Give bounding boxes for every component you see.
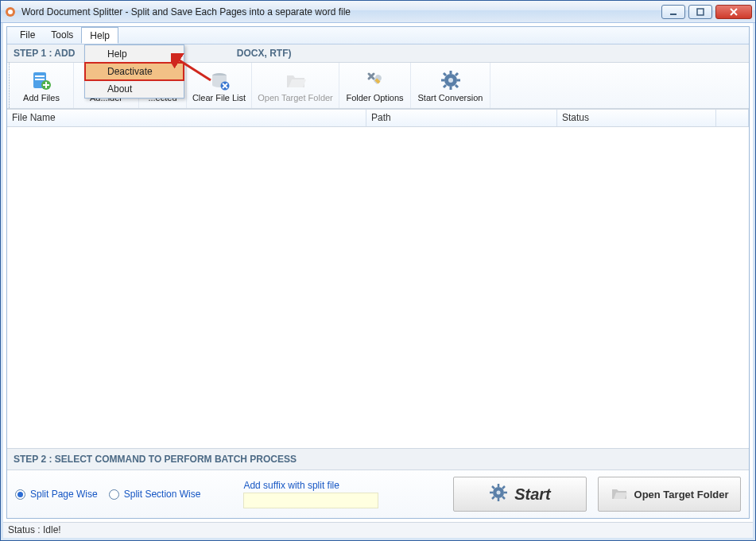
suffix-input[interactable] [243,493,378,508]
app-icon [4,6,17,18]
svg-point-15 [448,78,453,83]
menu-file[interactable]: File [12,27,43,44]
option-page-wise-label: Split Page Wise [30,489,98,500]
help-dropdown: Help Deactivate About [84,44,184,99]
radio-icon [15,489,25,500]
main-window: Word Document Splitter - Split and Save … [0,0,756,541]
add-files-icon [30,69,52,91]
gear-icon [489,483,508,506]
option-page-wise[interactable]: Split Page Wise [15,489,98,500]
option-section-wise-label: Split Section Wise [124,489,201,500]
step1-label-prefix: STEP 1 : ADD [14,48,75,59]
bottom-panel: Split Page Wise Split Section Wise Add s… [7,470,749,518]
menubar: File Tools Help Help Deactivate About [7,27,749,44]
svg-rect-2 [670,14,677,15]
col-path[interactable]: Path [366,110,557,126]
svg-point-1 [8,10,13,14]
col-spacer [716,110,749,126]
svg-rect-3 [697,9,704,15]
file-table: File Name Path Status [7,109,749,448]
table-body[interactable] [7,127,749,448]
clear-list-button[interactable]: Clear File List [187,63,252,108]
col-status[interactable]: Status [557,110,716,126]
col-filename[interactable]: File Name [7,110,366,126]
folder-options-label: Folder Options [346,93,403,102]
add-files-button[interactable]: Add Files [9,63,74,108]
table-header: File Name Path Status [7,110,749,127]
minimize-button[interactable] [661,5,685,19]
maximize-button[interactable] [688,5,712,19]
svg-point-17 [497,490,501,494]
suffix-label: Add suffix with split file [243,480,378,491]
titlebar: Word Document Splitter - Split and Save … [1,1,755,23]
open-target-folder-button[interactable]: Open Target Folder [252,63,339,108]
clear-list-icon [208,69,231,91]
step1-label-suffix: DOCX, RTF) [234,48,291,59]
open-folder-icon [285,69,307,91]
inner-panel: File Tools Help Help Deactivate About ST… [6,26,750,519]
open-target-folder-big-button[interactable]: Open Target Folder [598,477,741,512]
window-controls [658,5,752,19]
folder-options-icon [364,69,386,91]
suffix-block: Add suffix with split file [243,480,378,508]
gear-icon [440,69,462,91]
open-target-big-label: Open Target Folder [634,489,729,500]
statusbar: Status : Idle! [3,522,753,538]
help-menu-help[interactable]: Help [85,45,184,63]
help-menu-deactivate[interactable]: Deactivate [85,63,184,80]
radio-icon [109,489,119,500]
start-conversion-button[interactable]: Start Conversion [411,63,490,108]
help-menu-about[interactable]: About [85,80,184,98]
option-section-wise[interactable]: Split Section Wise [109,489,201,500]
close-button[interactable] [715,5,752,19]
start-button-label: Start [514,485,551,504]
menu-help[interactable]: Help [81,27,118,44]
start-button[interactable]: Start [453,477,587,512]
client-area: File Tools Help Help Deactivate About ST… [1,23,755,540]
status-text: Status : Idle! [8,524,61,535]
menu-tools[interactable]: Tools [43,27,81,44]
start-conversion-label: Start Conversion [418,93,483,102]
svg-rect-6 [35,79,45,80]
add-files-label: Add Files [23,93,60,102]
folder-options-button[interactable]: Folder Options [339,63,411,108]
open-folder-icon [611,485,628,504]
open-target-label: Open Target Folder [258,93,333,102]
clear-list-label: Clear File List [192,93,246,102]
svg-rect-5 [35,75,45,77]
step2-label: STEP 2 : SELECT COMMAND TO PERFORM BATCH… [7,448,749,470]
window-title: Word Document Splitter - Split and Save … [21,6,658,17]
